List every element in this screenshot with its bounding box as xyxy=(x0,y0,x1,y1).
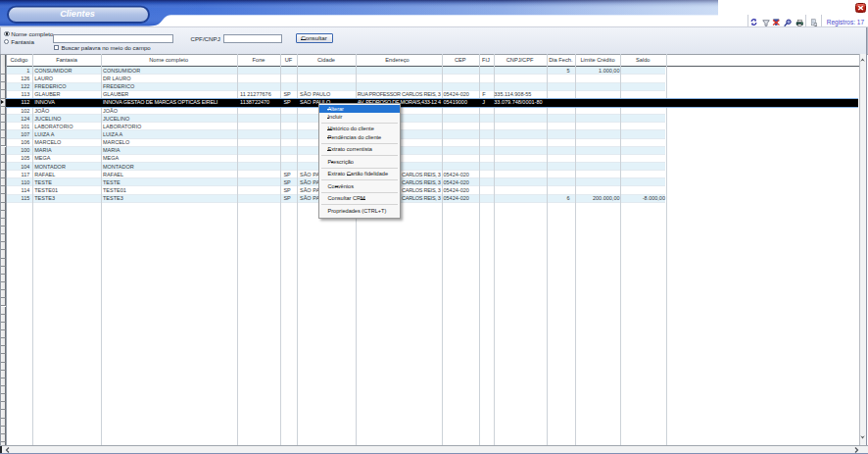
svg-text:Clientes: Clientes xyxy=(60,9,95,19)
